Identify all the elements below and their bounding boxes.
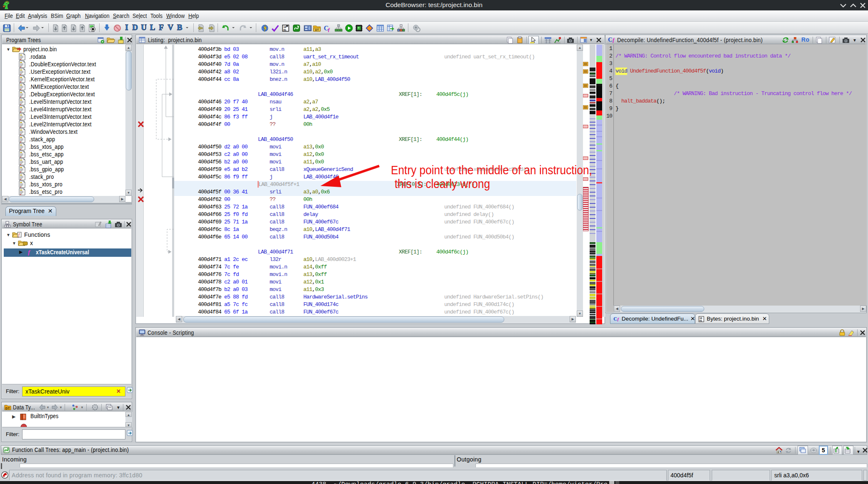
svg-text:f: f [328, 27, 330, 32]
svg-text:DT: DT [5, 406, 10, 410]
svg-text:01: 01 [700, 319, 703, 322]
svg-text:01: 01 [283, 28, 287, 31]
svg-text:DT: DT [315, 28, 319, 31]
